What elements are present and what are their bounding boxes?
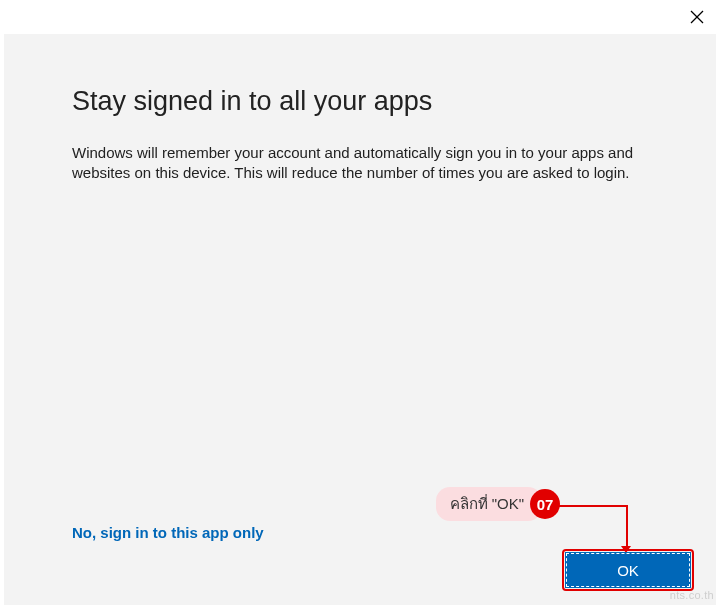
close-icon[interactable]: [688, 8, 706, 26]
annotation-line: [556, 505, 628, 507]
ok-button[interactable]: OK: [566, 553, 690, 587]
ok-button-wrap: OK: [566, 553, 690, 587]
dialog-panel: Stay signed in to all your apps Windows …: [4, 34, 716, 605]
annotation-callout: คลิกที่ "OK" 07: [436, 487, 561, 521]
dialog-body: Windows will remember your account and a…: [72, 143, 652, 184]
annotation-arrow: [621, 546, 631, 553]
watermark: nts.co.th: [670, 589, 714, 601]
dialog-title: Stay signed in to all your apps: [72, 86, 656, 117]
dialog-content: Stay signed in to all your apps Windows …: [72, 86, 656, 184]
callout-text: คลิกที่ "OK": [436, 487, 543, 521]
title-bar: [0, 0, 720, 34]
step-badge: 07: [530, 489, 560, 519]
sign-in-this-app-only-link[interactable]: No, sign in to this app only: [72, 524, 264, 541]
annotation-line: [626, 505, 628, 549]
